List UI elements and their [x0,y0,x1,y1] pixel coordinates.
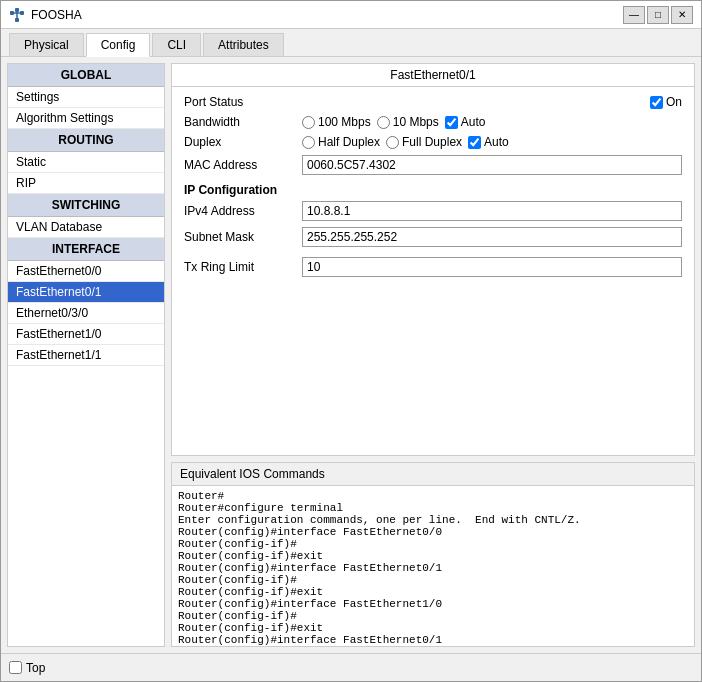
main-content: GLOBAL Settings Algorithm Settings ROUTI… [1,57,701,653]
port-status-controls: On [302,95,682,109]
main-window: FOOSHA — □ ✕ Physical Config CLI Attribu… [0,0,702,682]
duplex-full-radio[interactable]: Full Duplex [386,135,462,149]
sidebar-item-fe01[interactable]: FastEthernet0/1 [8,282,164,303]
ios-content[interactable]: Router# Router#configure terminal Enter … [172,486,694,646]
sidebar-scroll[interactable]: GLOBAL Settings Algorithm Settings ROUTI… [8,64,164,646]
sidebar-item-fe10[interactable]: FastEthernet1/0 [8,324,164,345]
svg-rect-3 [15,18,19,22]
port-status-row: Port Status On [184,95,682,109]
title-bar-left: FOOSHA [9,7,82,23]
title-bar-controls: — □ ✕ [623,6,693,24]
sidebar: GLOBAL Settings Algorithm Settings ROUTI… [7,63,165,647]
tx-ring-row: Tx Ring Limit [184,257,682,277]
port-status-checkbox-input[interactable] [650,96,663,109]
port-status-on-checkbox[interactable]: On [650,95,682,109]
duplex-row: Duplex Half Duplex Full Duplex [184,135,682,149]
sidebar-header-interface: INTERFACE [8,238,164,261]
subnet-row: Subnet Mask [184,227,682,247]
bandwidth-10-radio[interactable]: 10 Mbps [377,115,439,129]
duplex-auto-checkbox[interactable]: Auto [468,135,509,149]
app-icon [9,7,25,23]
bandwidth-controls: 100 Mbps 10 Mbps Auto [302,115,682,129]
tabs-bar: Physical Config CLI Attributes [1,29,701,57]
tab-attributes[interactable]: Attributes [203,33,284,56]
right-panel: FastEthernet0/1 Port Status On [171,63,695,647]
mac-address-row: MAC Address [184,155,682,175]
tab-physical[interactable]: Physical [9,33,84,56]
port-status-label: Port Status [184,95,294,109]
ipv4-row: IPv4 Address [184,201,682,221]
sidebar-item-vlan[interactable]: VLAN Database [8,217,164,238]
tab-cli[interactable]: CLI [152,33,201,56]
sidebar-item-rip[interactable]: RIP [8,173,164,194]
ipv4-controls [302,201,682,221]
sidebar-header-global: GLOBAL [8,64,164,87]
bandwidth-100-radio[interactable]: 100 Mbps [302,115,371,129]
sidebar-item-settings[interactable]: Settings [8,87,164,108]
sidebar-item-fe11[interactable]: FastEthernet1/1 [8,345,164,366]
sidebar-header-switching: SWITCHING [8,194,164,217]
ios-section: Equivalent IOS Commands Router# Router#c… [171,462,695,647]
config-panel-body: Port Status On Bandwidth [172,87,694,455]
duplex-label: Duplex [184,135,294,149]
close-button[interactable]: ✕ [671,6,693,24]
tx-ring-controls [302,257,682,277]
title-bar: FOOSHA — □ ✕ [1,1,701,29]
bandwidth-label: Bandwidth [184,115,294,129]
minimize-button[interactable]: — [623,6,645,24]
window-title: FOOSHA [31,8,82,22]
config-panel-title: FastEthernet0/1 [172,64,694,87]
bandwidth-auto-checkbox[interactable]: Auto [445,115,486,129]
ipv4-label: IPv4 Address [184,204,294,218]
sidebar-item-fe00[interactable]: FastEthernet0/0 [8,261,164,282]
top-checkbox-input[interactable] [9,661,22,674]
ipv4-input[interactable] [302,201,682,221]
ip-config-section-title: IP Configuration [184,183,682,197]
tx-ring-input[interactable] [302,257,682,277]
mac-address-label: MAC Address [184,158,294,172]
duplex-half-radio[interactable]: Half Duplex [302,135,380,149]
sidebar-item-algorithm-settings[interactable]: Algorithm Settings [8,108,164,129]
subnet-input[interactable] [302,227,682,247]
subnet-controls [302,227,682,247]
mac-address-controls [302,155,682,175]
top-checkbox-label[interactable]: Top [9,661,45,675]
subnet-label: Subnet Mask [184,230,294,244]
sidebar-item-static[interactable]: Static [8,152,164,173]
duplex-controls: Half Duplex Full Duplex Auto [302,135,682,149]
tab-config[interactable]: Config [86,33,151,57]
sidebar-item-eth030[interactable]: Ethernet0/3/0 [8,303,164,324]
svg-rect-0 [10,11,14,15]
svg-rect-1 [20,11,24,15]
config-panel: FastEthernet0/1 Port Status On [171,63,695,456]
svg-rect-2 [15,8,19,12]
sidebar-header-routing: ROUTING [8,129,164,152]
bandwidth-auto-input[interactable] [445,116,458,129]
mac-address-input[interactable] [302,155,682,175]
tx-ring-label: Tx Ring Limit [184,260,294,274]
bandwidth-row: Bandwidth 100 Mbps 10 Mbps [184,115,682,129]
maximize-button[interactable]: □ [647,6,669,24]
bottom-bar: Top [1,653,701,681]
ios-title: Equivalent IOS Commands [172,463,694,486]
duplex-auto-input[interactable] [468,136,481,149]
